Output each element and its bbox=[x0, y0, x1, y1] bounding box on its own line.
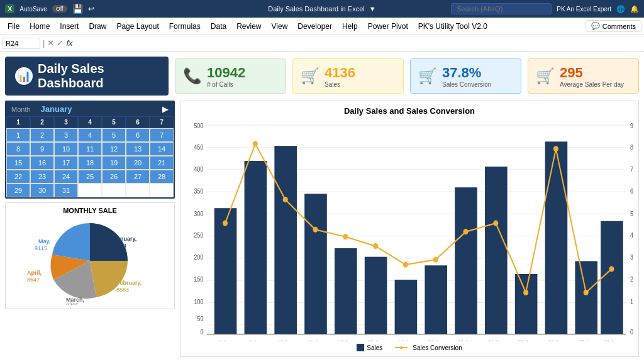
menu-review[interactable]: Review bbox=[231, 19, 266, 33]
search-input[interactable] bbox=[451, 3, 552, 14]
cal-day-3[interactable]: 3 bbox=[54, 128, 78, 142]
cal-day-4[interactable]: 4 bbox=[78, 128, 102, 142]
bar-13jan[interactable] bbox=[365, 257, 387, 334]
bell-icon[interactable]: 🔔 bbox=[630, 5, 639, 13]
menu-view[interactable]: View bbox=[267, 19, 293, 33]
comments-button[interactable]: 💬 Comments bbox=[586, 20, 641, 32]
y-label-100: 100 bbox=[194, 298, 204, 305]
kpi-calls-label: # of Calls bbox=[207, 81, 245, 88]
x-label-8jan: 8-Jan bbox=[219, 339, 232, 341]
bar-24jan[interactable] bbox=[485, 167, 508, 334]
label-february-val: 8583 bbox=[116, 287, 129, 293]
cal-day-25[interactable]: 25 bbox=[78, 170, 102, 184]
user-name: PK An Excel Expert bbox=[557, 6, 611, 13]
calendar: Month January ▶ 1 2 3 4 5 6 7 1 2 3 bbox=[5, 101, 175, 199]
x-label-26jan: 26-Jan bbox=[548, 339, 564, 341]
cal-day-2[interactable]: 2 bbox=[30, 128, 54, 142]
menu-file[interactable]: File bbox=[3, 19, 25, 33]
cal-day-5[interactable]: 5 bbox=[102, 128, 126, 142]
calendar-nav-icon[interactable]: ▶ bbox=[162, 104, 169, 114]
cal-day-13[interactable]: 13 bbox=[126, 142, 150, 156]
cal-day-14[interactable]: 14 bbox=[150, 142, 174, 156]
bar-10jan[interactable] bbox=[274, 146, 297, 334]
bar-11jan[interactable] bbox=[304, 194, 327, 334]
x-label-28jan: 28-Jan bbox=[604, 339, 619, 341]
cal-day-12[interactable]: 12 bbox=[102, 142, 126, 156]
cal-day-9[interactable]: 9 bbox=[30, 142, 54, 156]
cal-day-16[interactable]: 16 bbox=[30, 156, 54, 170]
menu-data[interactable]: Data bbox=[206, 19, 231, 33]
menu-help[interactable]: Help bbox=[337, 19, 363, 33]
cal-day-1[interactable]: 1 bbox=[6, 128, 30, 142]
cal-day-11[interactable]: 11 bbox=[78, 142, 102, 156]
cal-day-29[interactable]: 29 bbox=[6, 184, 30, 197]
cal-day-6[interactable]: 6 bbox=[126, 128, 150, 142]
cell-reference[interactable] bbox=[3, 38, 40, 49]
cal-day-17[interactable]: 17 bbox=[54, 156, 78, 170]
x-label-14jan: 14-Jan bbox=[397, 339, 413, 341]
title-dropdown-icon[interactable]: ▼ bbox=[369, 5, 376, 13]
bar-27jan[interactable] bbox=[575, 261, 597, 334]
x-label-27jan: 27-Jan bbox=[578, 339, 594, 341]
save-icon[interactable]: 💾 bbox=[72, 4, 83, 14]
menu-pk-utility[interactable]: PK's Utility Tool V2.0 bbox=[413, 19, 492, 33]
menu-insert[interactable]: Insert bbox=[55, 19, 84, 33]
y2-label-80: 80.0% bbox=[630, 143, 633, 151]
cal-day-20[interactable]: 20 bbox=[126, 156, 150, 170]
menu-bar: File Home Insert Draw Page Layout Formul… bbox=[0, 18, 644, 35]
bar-25jan[interactable] bbox=[515, 274, 538, 334]
label-january: January, bbox=[114, 236, 136, 242]
cal-day-22[interactable]: 22 bbox=[6, 170, 30, 184]
cal-day-28[interactable]: 28 bbox=[150, 170, 174, 184]
cal-day-8[interactable]: 8 bbox=[6, 142, 30, 156]
menu-power-pivot[interactable]: Power Pivot bbox=[363, 19, 413, 33]
cancel-formula-icon[interactable]: ✕ bbox=[47, 38, 54, 48]
menu-page-layout[interactable]: Page Layout bbox=[111, 19, 164, 33]
cal-day-7[interactable]: 7 bbox=[150, 128, 174, 142]
kpi-calls-value: 10942 bbox=[207, 65, 245, 81]
cal-day-empty-3 bbox=[126, 184, 150, 197]
y2-label-60: 60.0% bbox=[630, 188, 633, 195]
menu-formulas[interactable]: Formulas bbox=[164, 19, 206, 33]
confirm-formula-icon[interactable]: ✓ bbox=[57, 38, 64, 48]
undo-icon[interactable]: ↩ bbox=[88, 4, 94, 13]
conv-dot-25jan bbox=[523, 290, 528, 295]
title-bar-left: X AutoSave Off 💾 ↩ bbox=[5, 4, 216, 14]
bar-23jan[interactable] bbox=[455, 187, 477, 334]
cal-day-24[interactable]: 24 bbox=[54, 170, 78, 184]
cal-day-15[interactable]: 15 bbox=[6, 156, 30, 170]
menu-draw[interactable]: Draw bbox=[84, 19, 111, 33]
conv-dot-9jan bbox=[253, 141, 258, 146]
bar-14jan[interactable] bbox=[395, 280, 418, 334]
cal-day-19[interactable]: 19 bbox=[102, 156, 126, 170]
cal-day-empty-1 bbox=[78, 184, 102, 197]
cal-day-21[interactable]: 21 bbox=[150, 156, 174, 170]
cal-day-23[interactable]: 23 bbox=[30, 170, 54, 184]
cal-day-31[interactable]: 31 bbox=[54, 184, 78, 197]
bar-8jan[interactable] bbox=[214, 208, 237, 334]
excel-icon: X bbox=[5, 4, 14, 13]
bar-12jan[interactable] bbox=[335, 248, 357, 334]
bar-9jan[interactable] bbox=[245, 161, 267, 334]
cal-day-18[interactable]: 18 bbox=[78, 156, 102, 170]
x-label-13jan: 13-Jan bbox=[368, 339, 384, 341]
menu-home[interactable]: Home bbox=[25, 19, 55, 33]
cal-day-27[interactable]: 27 bbox=[126, 170, 150, 184]
x-label-11jan: 11-Jan bbox=[308, 339, 323, 341]
fx-label: fx bbox=[66, 38, 72, 48]
globe-icon[interactable]: 🌐 bbox=[616, 5, 625, 13]
bar-28jan[interactable] bbox=[601, 221, 623, 334]
menu-developer[interactable]: Developer bbox=[292, 19, 337, 33]
conv-dot-8jan bbox=[223, 221, 228, 226]
cal-day-30[interactable]: 30 bbox=[30, 184, 54, 197]
chart-title: Daily Sales and Sales Conversion bbox=[186, 106, 633, 116]
formula-input[interactable] bbox=[75, 38, 641, 48]
bar-26jan[interactable] bbox=[545, 141, 568, 334]
kpi-avg-card: 🛒 295 Average Sales Per day bbox=[528, 58, 639, 94]
y2-label-30: 30.0% bbox=[630, 254, 633, 261]
autosave-toggle[interactable]: Off bbox=[52, 5, 67, 13]
cal-day-10[interactable]: 10 bbox=[54, 142, 78, 156]
workbook-title: Daily Sales Dashboard in Excel bbox=[268, 5, 364, 13]
bar-22jan[interactable] bbox=[425, 265, 447, 334]
cal-day-26[interactable]: 26 bbox=[102, 170, 126, 184]
